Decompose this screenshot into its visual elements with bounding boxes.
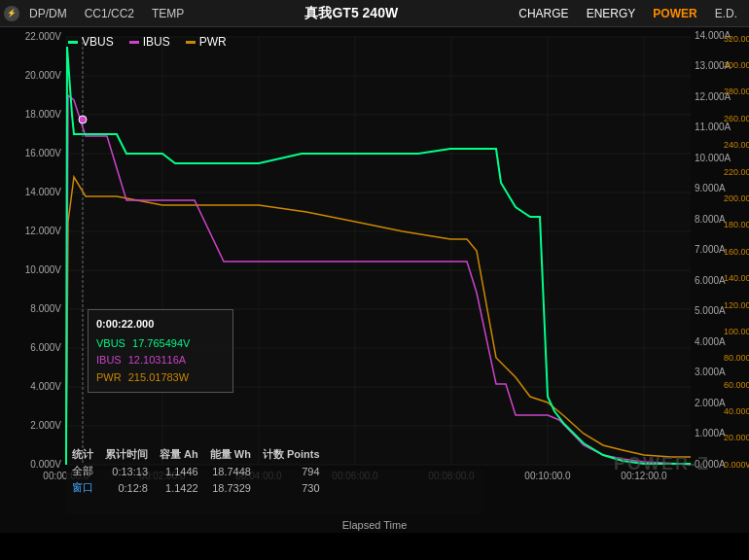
svg-text:18.000V: 18.000V xyxy=(25,109,62,120)
svg-text:10.000V: 10.000V xyxy=(25,264,62,275)
stats-table: 统计 累计时间 容量 Ah 能量 Wh 计数 Points 全部 0:13:13… xyxy=(66,446,326,496)
svg-rect-1 xyxy=(66,37,691,465)
tooltip-vbus-value: 17.765494V xyxy=(132,337,190,349)
legend-ibus-label: IBUS xyxy=(143,35,170,49)
legend-vbus: VBUS xyxy=(68,35,114,49)
tooltip-vbus-label: VBUS xyxy=(96,337,125,349)
svg-text:20.000V: 20.000V xyxy=(25,70,62,81)
btn-charge[interactable]: CHARGE xyxy=(511,2,576,25)
stats-win-wh: 18.7329 xyxy=(204,479,257,496)
svg-text:16.000V: 16.000V xyxy=(25,148,62,158)
stats-win-ah: 1.1422 xyxy=(154,479,204,496)
svg-text:240.000W: 240.000W xyxy=(724,140,749,150)
svg-text:320.000W: 320.000W xyxy=(724,34,749,44)
stats-all-points: 794 xyxy=(257,463,326,479)
svg-text:6.000A: 6.000A xyxy=(695,275,726,286)
tooltip-ibus-label: IBUS xyxy=(96,354,122,366)
svg-text:4.000V: 4.000V xyxy=(30,381,61,392)
stats-all-wh: 18.7448 xyxy=(204,463,257,479)
top-bar: ⚡ DP/DM CC1/CC2 TEMP 真我GT5 240W CHARGE E… xyxy=(0,0,749,27)
svg-text:8.000V: 8.000V xyxy=(30,303,61,314)
tooltip-vbus: VBUS 17.765494V xyxy=(96,335,225,353)
stats-row-all: 全部 0:13:13 1.1446 18.7448 794 xyxy=(66,463,326,479)
svg-text:180.000W: 180.000W xyxy=(724,220,749,229)
svg-text:60.000W: 60.000W xyxy=(724,380,749,390)
stats-col-wh: 能量 Wh xyxy=(204,446,257,463)
chart-container: 0.000V 2.000V 4.000V 6.000V 8.000V 10.00… xyxy=(0,27,749,533)
stats-col-points: 计数 Points xyxy=(257,446,326,463)
btn-temp[interactable]: TEMP xyxy=(144,2,192,25)
svg-text:4.000A: 4.000A xyxy=(695,336,726,347)
svg-text:20.000W: 20.000W xyxy=(724,433,749,442)
tooltip-pwr: PWR 215.01783W xyxy=(96,369,225,387)
svg-text:280.000W: 280.000W xyxy=(724,87,749,96)
svg-text:260.000W: 260.000W xyxy=(724,114,749,123)
svg-text:120.000W: 120.000W xyxy=(724,300,749,310)
svg-text:6.000V: 6.000V xyxy=(30,342,61,353)
tooltip-pwr-value: 215.01783W xyxy=(128,371,189,383)
app-logo: ⚡ xyxy=(4,6,19,21)
svg-text:40.000W: 40.000W xyxy=(724,406,749,416)
svg-text:100.000W: 100.000W xyxy=(724,327,749,336)
legend-pwr: PWR xyxy=(186,35,227,49)
stats-win-label: 窗口 xyxy=(66,479,99,496)
svg-text:220.000W: 220.000W xyxy=(724,167,749,177)
tooltip-time: 0:00:22.000 xyxy=(96,316,225,333)
svg-text:1.000A: 1.000A xyxy=(695,428,726,438)
stats-col-time: 累计时间 xyxy=(99,446,154,463)
btn-cc1-cc2[interactable]: CC1/CC2 xyxy=(77,2,142,25)
svg-point-73 xyxy=(79,116,87,123)
svg-text:8.000A: 8.000A xyxy=(695,214,726,225)
svg-text:200.000W: 200.000W xyxy=(724,193,749,203)
legend-vbus-label: VBUS xyxy=(82,35,114,49)
pwr-color xyxy=(186,41,196,44)
svg-text:12.000V: 12.000V xyxy=(25,226,62,236)
svg-text:5.000A: 5.000A xyxy=(695,305,726,316)
btn-ed[interactable]: E.D. xyxy=(707,2,745,25)
chart-legend: VBUS IBUS PWR xyxy=(68,35,227,49)
svg-text:14.000V: 14.000V xyxy=(25,187,62,197)
legend-pwr-label: PWR xyxy=(199,35,227,49)
svg-text:140.000W: 140.000W xyxy=(724,273,749,283)
stats-col-ah: 容量 Ah xyxy=(154,446,204,463)
svg-text:2.000V: 2.000V xyxy=(30,420,61,431)
svg-text:9.000A: 9.000A xyxy=(695,183,726,193)
stats-all-label: 全部 xyxy=(66,463,99,479)
svg-text:80.000W: 80.000W xyxy=(724,353,749,363)
svg-text:10.000A: 10.000A xyxy=(695,153,731,163)
tooltip-pwr-label: PWR xyxy=(96,371,122,383)
stats-all-ah: 1.1446 xyxy=(154,463,204,479)
btn-power[interactable]: POWER xyxy=(645,2,704,25)
vbus-color xyxy=(68,41,78,44)
tooltip-ibus: IBUS 12.103116A xyxy=(96,352,225,369)
x-axis-label: Elapsed Time xyxy=(0,519,749,531)
btn-energy[interactable]: ENERGY xyxy=(579,2,644,25)
stats-all-time: 0:13:13 xyxy=(99,463,154,479)
svg-text:160.000W: 160.000W xyxy=(724,247,749,257)
ibus-color xyxy=(129,41,139,44)
stats-row-window: 窗口 0:12:8 1.1422 18.7329 730 xyxy=(66,479,326,496)
btn-dp-dm[interactable]: DP/DM xyxy=(21,2,75,25)
watermark: POWER-Z xyxy=(614,454,710,474)
stats-win-time: 0:12:8 xyxy=(99,479,154,496)
stats-col-label: 统计 xyxy=(66,446,99,463)
tooltip-ibus-value: 12.103116A xyxy=(128,354,186,366)
stats-win-points: 730 xyxy=(257,479,326,496)
svg-text:0.000V: 0.000V xyxy=(30,459,61,470)
svg-text:7.000A: 7.000A xyxy=(695,244,726,255)
svg-text:3.000A: 3.000A xyxy=(695,367,726,377)
svg-text:300.000W: 300.000W xyxy=(724,60,749,70)
legend-ibus: IBUS xyxy=(129,35,170,49)
right-nav: CHARGE ENERGY POWER E.D. xyxy=(511,2,745,25)
svg-text:22.000V: 22.000V xyxy=(25,31,62,42)
page-title: 真我GT5 240W xyxy=(194,5,509,22)
svg-text:2.000A: 2.000A xyxy=(695,398,726,408)
data-tooltip: 0:00:22.000 VBUS 17.765494V IBUS 12.1031… xyxy=(88,309,233,393)
